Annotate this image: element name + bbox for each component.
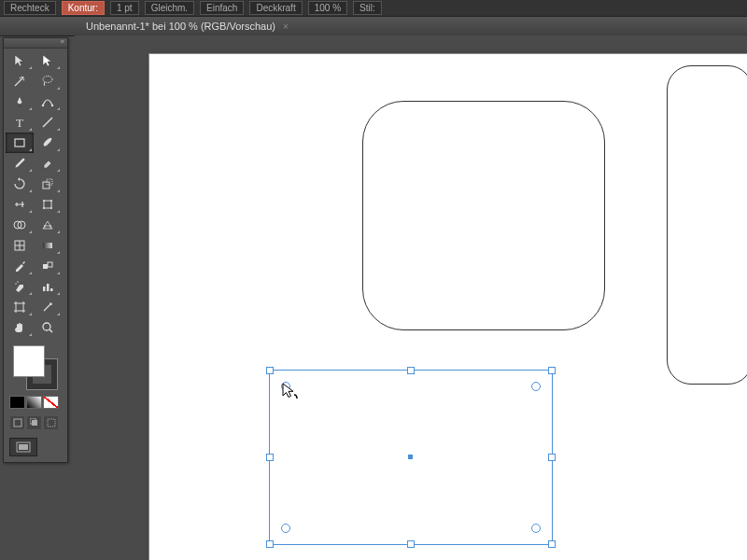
svg-point-0 (22, 77, 24, 78)
canvas-area[interactable] (75, 35, 747, 560)
stroke-width[interactable]: 1 pt (110, 1, 139, 15)
profile-label[interactable]: Einfach (200, 1, 244, 15)
toolbox: « T (3, 37, 68, 463)
none-color-icon[interactable] (43, 396, 59, 409)
resize-handle-tl[interactable] (266, 367, 274, 374)
type-tool-icon[interactable]: T (6, 112, 34, 133)
svg-point-20 (15, 283, 16, 284)
rotate-tool-icon[interactable] (6, 174, 34, 194)
selection-tool-icon[interactable] (6, 50, 34, 71)
resize-handle-ml[interactable] (266, 454, 274, 461)
svg-text:T: T (16, 116, 23, 130)
perspective-tool-icon[interactable] (34, 215, 62, 235)
svg-rect-22 (43, 287, 46, 291)
opacity-value[interactable]: 100 % (308, 1, 347, 15)
svg-point-3 (51, 105, 53, 106)
svg-point-12 (43, 207, 45, 209)
center-point[interactable] (408, 455, 413, 459)
svg-point-10 (43, 200, 45, 202)
paintbrush-tool-icon[interactable] (34, 133, 62, 153)
graph-tool-icon[interactable] (34, 276, 62, 297)
options-bar: Rechteck Kontur: 1 pt Gleichm. Einfach D… (0, 0, 747, 17)
resize-handle-tm[interactable] (407, 367, 415, 374)
gradient-icon[interactable] (26, 396, 42, 409)
corner-widget-tl[interactable] (281, 382, 290, 391)
svg-line-5 (43, 118, 52, 127)
resize-handle-br[interactable] (548, 540, 556, 548)
side-rounded-rectangle-shape[interactable] (667, 65, 747, 385)
collapse-icon[interactable]: « (61, 38, 64, 48)
svg-rect-31 (48, 419, 55, 427)
fill-stroke-swatch[interactable] (13, 345, 58, 390)
fill-swatch[interactable] (13, 345, 45, 377)
selected-rectangle[interactable] (269, 370, 553, 545)
line-tool-icon[interactable] (34, 112, 62, 133)
resize-handle-tr[interactable] (548, 367, 556, 374)
draw-behind-icon[interactable] (26, 415, 42, 430)
lasso-tool-icon[interactable] (34, 71, 62, 91)
svg-point-13 (50, 207, 52, 209)
artboard[interactable] (149, 54, 747, 560)
rounded-rectangle-shape[interactable] (362, 101, 605, 330)
draw-mode-row (9, 415, 62, 430)
style-label: Stil: (353, 1, 382, 15)
gradient-tool-icon[interactable] (34, 235, 62, 256)
free-transform-tool-icon[interactable] (34, 194, 62, 215)
screen-mode-icon[interactable] (9, 438, 37, 456)
width-tool-icon[interactable] (6, 194, 34, 215)
svg-rect-23 (47, 284, 49, 291)
color-mode-row (9, 396, 62, 409)
symbol-sprayer-tool-icon[interactable] (6, 276, 34, 297)
curvature-tool-icon[interactable] (34, 91, 62, 112)
tools-grid: T (4, 49, 67, 340)
svg-rect-18 (43, 264, 48, 269)
svg-point-11 (50, 200, 52, 202)
mesh-tool-icon[interactable] (6, 235, 34, 256)
pencil-tool-icon[interactable] (6, 153, 34, 174)
svg-point-21 (17, 281, 18, 282)
draw-normal-icon[interactable] (9, 415, 25, 430)
rectangle-tool-icon[interactable] (6, 133, 34, 153)
direct-selection-tool-icon[interactable] (34, 50, 62, 71)
svg-rect-25 (16, 303, 23, 311)
zoom-tool-icon[interactable] (34, 317, 62, 338)
svg-line-27 (49, 329, 52, 332)
swatch-area (4, 340, 67, 462)
svg-rect-17 (43, 243, 52, 248)
uniform-label[interactable]: Gleichm. (145, 1, 194, 15)
hand-tool-icon[interactable] (6, 317, 34, 338)
toolbox-header[interactable]: « (4, 38, 67, 49)
svg-rect-24 (50, 288, 53, 291)
corner-widget-tr[interactable] (531, 382, 541, 391)
draw-inside-icon[interactable] (43, 415, 59, 430)
shapebuilder-tool-icon[interactable] (6, 215, 34, 235)
slice-tool-icon[interactable] (34, 297, 62, 317)
svg-rect-28 (14, 419, 21, 427)
scale-tool-icon[interactable] (34, 174, 62, 194)
kontur-label[interactable]: Kontur: (62, 1, 105, 15)
artboard-tool-icon[interactable] (6, 297, 34, 317)
close-icon[interactable]: × (283, 21, 289, 32)
svg-point-1 (43, 77, 52, 83)
resize-handle-bm[interactable] (407, 540, 415, 548)
svg-point-2 (42, 105, 44, 106)
blend-tool-icon[interactable] (34, 256, 62, 276)
eyedropper-tool-icon[interactable] (6, 256, 34, 276)
svg-rect-6 (15, 139, 24, 147)
resize-handle-mr[interactable] (548, 454, 556, 461)
solid-color-icon[interactable] (9, 396, 25, 409)
tab-title: Unbenannt-1* bei 100 % (RGB/Vorschau) (86, 21, 275, 32)
magic-wand-tool-icon[interactable] (6, 71, 34, 91)
pen-tool-icon[interactable] (6, 91, 34, 112)
document-tabs: Unbenannt-1* bei 100 % (RGB/Vorschau) × (0, 17, 747, 36)
corner-widget-bl[interactable] (281, 524, 290, 533)
svg-point-26 (43, 323, 50, 330)
shape-label: Rechteck (4, 1, 56, 15)
eraser-tool-icon[interactable] (34, 153, 62, 174)
opacity-label: Deckkraft (249, 1, 302, 15)
resize-handle-bl[interactable] (266, 540, 274, 548)
document-tab[interactable]: Unbenannt-1* bei 100 % (RGB/Vorschau) × (75, 18, 300, 35)
svg-rect-19 (48, 262, 52, 267)
svg-rect-33 (19, 444, 28, 450)
corner-widget-br[interactable] (531, 524, 541, 533)
